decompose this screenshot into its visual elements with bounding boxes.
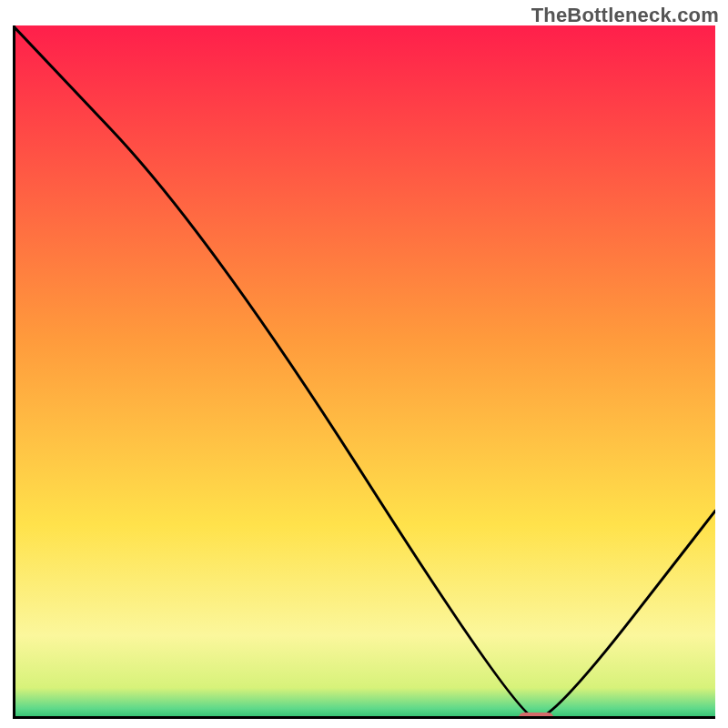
chart-frame [13, 25, 715, 719]
gradient-background [13, 25, 715, 719]
chart-stage: TheBottleneck.com [0, 0, 728, 728]
watermark-text: TheBottleneck.com [531, 4, 719, 27]
bottleneck-chart [13, 25, 715, 719]
